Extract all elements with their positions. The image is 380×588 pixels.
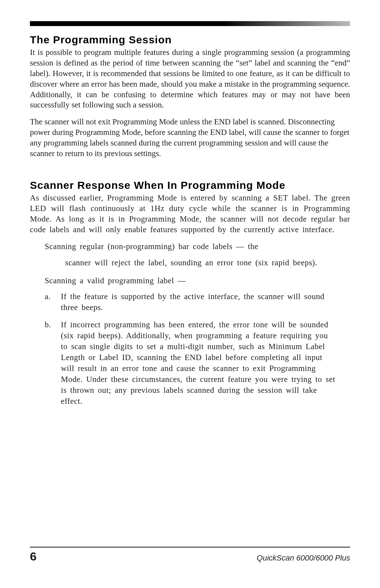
list-marker: b. bbox=[45, 319, 61, 407]
list-text: If incorrect programming has been entere… bbox=[61, 319, 336, 407]
definition-body: scanner will reject the label, sounding … bbox=[65, 257, 336, 268]
list-marker: a. bbox=[45, 291, 61, 313]
paragraph: As discussed earlier, Programming Mode i… bbox=[30, 193, 350, 235]
page-footer: 6 QuickScan 6000/6000 Plus bbox=[30, 547, 350, 563]
document-id: QuickScan 6000/6000 Plus bbox=[257, 553, 350, 563]
definition-intro: Scanning a valid programming label — bbox=[45, 275, 336, 286]
page-number: 6 bbox=[30, 550, 37, 563]
document-page: The Programming Session It is possible t… bbox=[0, 0, 380, 588]
header-rule bbox=[30, 21, 350, 26]
footer-rule bbox=[30, 547, 350, 547]
section-heading-programming-session: The Programming Session bbox=[30, 34, 350, 46]
section-heading-scanner-response: Scanner Response When In Programming Mod… bbox=[30, 179, 350, 191]
list-item: b. If incorrect programming has been ent… bbox=[45, 319, 336, 407]
list-text: If the feature is supported by the activ… bbox=[61, 291, 336, 313]
paragraph: It is possible to program multiple featu… bbox=[30, 47, 350, 110]
list-item: a. If the feature is supported by the ac… bbox=[45, 291, 336, 313]
ordered-list: a. If the feature is supported by the ac… bbox=[45, 291, 336, 407]
paragraph: The scanner will not exit Programming Mo… bbox=[30, 117, 350, 159]
definition-block: Scanning regular (non-programming) bar c… bbox=[45, 241, 336, 407]
definition-intro: Scanning regular (non-programming) bar c… bbox=[45, 241, 336, 252]
